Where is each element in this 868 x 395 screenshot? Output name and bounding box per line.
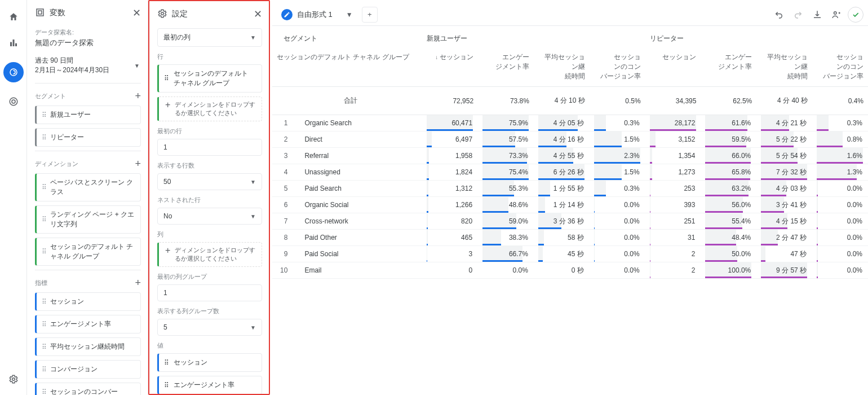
- status-ready-icon[interactable]: [848, 7, 863, 23]
- metric-header[interactable]: セッション: [422, 48, 478, 87]
- table-row[interactable]: 6Organic Social1,26648.6%1 分 14 秒0.0%393…: [272, 197, 868, 213]
- row-index: 2: [272, 131, 293, 148]
- data-cell: 1,824: [422, 164, 478, 181]
- met-chip[interactable]: ⠿平均セッション継続時間: [35, 337, 141, 356]
- drag-handle-icon: ⠿: [164, 74, 169, 82]
- nested-rows-select[interactable]: No ▼: [157, 208, 262, 225]
- metric-header[interactable]: エンゲージメント率: [701, 48, 756, 87]
- data-cell: 0.3%: [590, 115, 645, 131]
- tab-freeform[interactable]: 自由形式 1: [277, 6, 340, 24]
- settings-panel: 設定 ✕ 最初の列 ▼ 行 ⠿ セッションのデフォルト チャネル グループ + …: [148, 0, 270, 395]
- total-cell: 72,952: [422, 87, 478, 115]
- chevron-down-icon: ▼: [134, 63, 141, 69]
- tab-menu-button[interactable]: ▼: [344, 8, 355, 21]
- reports-icon[interactable]: [7, 36, 20, 50]
- start-row-input[interactable]: [157, 139, 262, 156]
- metric-header[interactable]: 平均セッション継続時間: [756, 48, 812, 87]
- table-row[interactable]: 3Referral1,95873.3%4 分 55 秒2.3%1,35466.0…: [272, 148, 868, 164]
- met-chip[interactable]: ⠿コンバージョン: [35, 360, 141, 379]
- data-cell: 1,312: [422, 181, 478, 197]
- plus-icon: +: [165, 246, 170, 255]
- table-row[interactable]: 7Cross-network82059.0%3 分 36 秒0.0%25155.…: [272, 213, 868, 230]
- svg-rect-8: [38, 11, 42, 14]
- dimension-header[interactable]: セッションのデフォルト チャネル グループ: [272, 48, 422, 87]
- data-cell: 0.0%: [812, 181, 868, 197]
- data-cell: 4 分 16 秒: [534, 131, 590, 148]
- dim-chip[interactable]: ⠿ランディング ページ + クエリ文字列: [35, 205, 141, 234]
- start-col-group-input[interactable]: [157, 284, 262, 301]
- total-cell: 0.4%: [812, 87, 868, 115]
- row-dimension: Unassigned: [293, 164, 422, 181]
- svg-point-10: [834, 11, 837, 14]
- col-dropzone[interactable]: + ディメンションをドロップするか選択してください: [157, 242, 262, 267]
- show-col-groups-select[interactable]: 5 ▼: [157, 319, 262, 336]
- data-cell: 1.5%: [590, 131, 645, 148]
- metric-header[interactable]: エンゲージメント率: [478, 48, 534, 87]
- data-cell: 48.6%: [478, 197, 534, 213]
- advertising-icon[interactable]: [7, 95, 20, 108]
- data-cell: 0 秒: [534, 262, 590, 279]
- home-icon[interactable]: [7, 10, 20, 24]
- total-cell: 4 分 10 秒: [534, 87, 590, 115]
- data-cell: 1,958: [422, 148, 478, 164]
- seg-chip[interactable]: ⠿リピーター: [35, 128, 141, 147]
- table-row[interactable]: 10Email00.0%0 秒0.0%2100.0%9 分 57 秒0.0%: [272, 262, 868, 279]
- table-row[interactable]: 4Unassigned1,82475.4%6 分 26 秒1.5%1,27365…: [272, 164, 868, 181]
- table-row[interactable]: 8Paid Other46538.3%58 秒0.0%3148.4%2 分 47…: [272, 230, 868, 246]
- seg-chip[interactable]: ⠿新規ユーザー: [35, 106, 141, 124]
- data-cell: 0.0%: [812, 246, 868, 262]
- value-chip[interactable]: ⠿エンゲージメント率: [157, 376, 262, 394]
- table-row[interactable]: 5Paid Search1,31255.3%1 分 55 秒0.3%25363.…: [272, 181, 868, 197]
- data-cell: 0.0%: [590, 262, 645, 279]
- exploration-name[interactable]: 無題のデータ探索: [35, 38, 141, 48]
- data-cell: 38.3%: [478, 230, 534, 246]
- redo-button[interactable]: [790, 7, 806, 23]
- download-button[interactable]: [809, 7, 825, 23]
- data-cell: 28,172: [645, 115, 701, 131]
- data-cell: 2: [645, 262, 701, 279]
- metric-header[interactable]: 平均セッション継続時間: [534, 48, 590, 87]
- table-row[interactable]: 9Paid Social366.7%45 秒0.0%250.0%47 秒0.0%: [272, 246, 868, 262]
- table-row[interactable]: 2Direct6,49757.5%4 分 16 秒1.5%3,15259.5%5…: [272, 131, 868, 148]
- explore-icon[interactable]: [3, 62, 24, 82]
- value-chip[interactable]: ⠿セッション: [157, 353, 262, 372]
- row-dropzone[interactable]: + ディメンションをドロップするか選択してください: [157, 96, 262, 121]
- data-cell: 66.0%: [701, 148, 756, 164]
- data-cell: 100.0%: [701, 262, 756, 279]
- undo-button[interactable]: [771, 7, 787, 23]
- dim-chip[interactable]: ⠿ページパスとスクリーン クラス: [35, 173, 141, 201]
- close-settings-button[interactable]: ✕: [254, 9, 262, 19]
- met-chip[interactable]: ⠿セッション: [35, 292, 141, 311]
- segment-header-label: セグメント: [272, 26, 422, 48]
- first-column-select[interactable]: 最初の列 ▼: [157, 28, 262, 47]
- met-chip[interactable]: ⠿セッションのコンバー: [35, 383, 141, 395]
- total-cell: 0.5%: [590, 87, 645, 115]
- met-chip[interactable]: ⠿エンゲージメント率: [35, 315, 141, 333]
- row-dimension-chip[interactable]: ⠿ セッションのデフォルト チャネル グループ: [157, 64, 262, 93]
- drag-handle-icon: ⠿: [164, 381, 169, 389]
- share-button[interactable]: [829, 7, 844, 23]
- admin-gear-icon[interactable]: [7, 372, 20, 386]
- show-rows-select[interactable]: 50 ▼: [157, 173, 262, 190]
- drag-handle-icon: ⠿: [42, 111, 46, 119]
- chevron-down-icon: ▼: [250, 179, 256, 185]
- table-row[interactable]: 1Organic Search60,47175.9%4 分 05 秒0.3%28…: [272, 115, 868, 131]
- row-index: 9: [272, 246, 293, 262]
- data-cell: 60,471: [422, 115, 478, 131]
- metric-header[interactable]: セッションのコンバージョン率: [590, 48, 645, 87]
- add-dimension-button[interactable]: +: [135, 159, 141, 169]
- add-tab-button[interactable]: +: [362, 7, 378, 23]
- close-variables-button[interactable]: ✕: [132, 8, 141, 18]
- data-cell: 0.8%: [812, 131, 868, 148]
- date-range-selector[interactable]: 過去 90 日間 2月1日～2024年4月30日 ▼: [35, 56, 141, 75]
- data-cell: 3 分 41 秒: [756, 197, 812, 213]
- add-metric-button[interactable]: +: [135, 278, 141, 288]
- data-cell: 465: [422, 230, 478, 246]
- metric-header[interactable]: セッション: [645, 48, 701, 87]
- row-dimension: Paid Other: [293, 230, 422, 246]
- add-segment-button[interactable]: +: [135, 91, 141, 101]
- metric-header[interactable]: セッションのコンバージョン率: [812, 48, 868, 87]
- dim-chip[interactable]: ⠿セッションのデフォルト チャネル グループ: [35, 238, 141, 266]
- start-row-label: 最初の行: [157, 127, 262, 135]
- plus-icon: +: [165, 100, 170, 109]
